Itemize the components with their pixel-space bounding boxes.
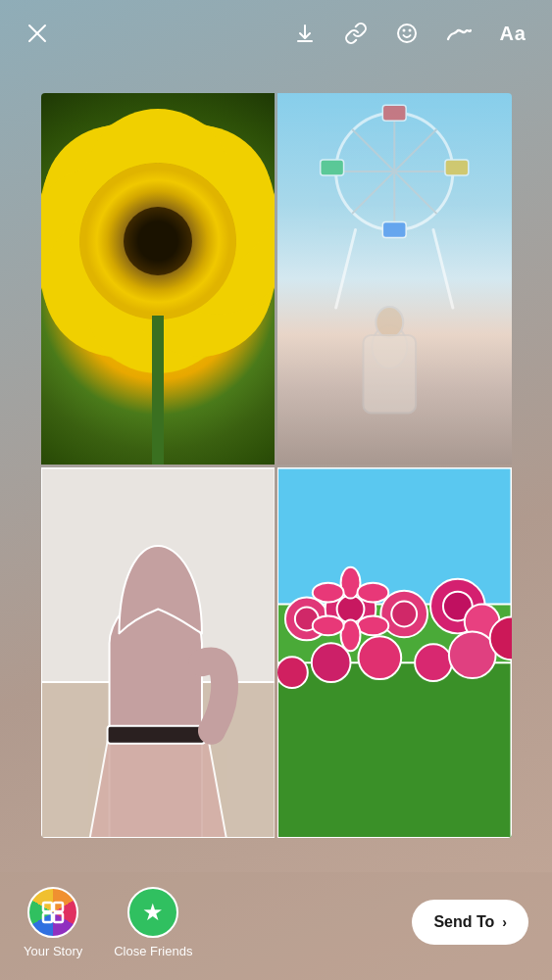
send-to-button[interactable]: Send To › (412, 900, 528, 945)
svg-line-14 (336, 230, 356, 309)
svg-point-44 (313, 615, 344, 635)
send-to-chevron-icon: › (502, 914, 507, 930)
svg-rect-11 (445, 160, 469, 175)
draw-icon (446, 22, 472, 45)
bottom-left-options: Your Story ★ Close Friends (24, 887, 192, 958)
ferris-inner (277, 93, 512, 465)
person-inner (41, 467, 276, 839)
photo-person-hoodie[interactable] (41, 467, 276, 839)
svg-rect-24 (277, 662, 512, 838)
download-button[interactable] (289, 18, 321, 49)
photo-grid (41, 93, 512, 838)
send-to-label: Send To (433, 913, 494, 931)
photo-flowers[interactable] (277, 467, 512, 839)
svg-point-38 (277, 657, 308, 688)
svg-rect-47 (54, 903, 63, 911)
svg-point-42 (357, 615, 388, 635)
person-svg (41, 467, 276, 839)
draw-button[interactable] (442, 18, 476, 49)
your-story-label: Your Story (24, 944, 82, 958)
svg-point-41 (357, 582, 388, 602)
your-story-option[interactable]: Your Story (24, 887, 82, 958)
flowers-svg (277, 467, 512, 839)
svg-rect-13 (321, 160, 344, 175)
svg-rect-10 (382, 105, 406, 121)
photo-ferris-wheel[interactable] (277, 93, 512, 465)
toolbar-right: Aa (289, 18, 530, 49)
svg-point-30 (391, 601, 417, 626)
photo-grid-container (0, 59, 552, 872)
photo-sunflower[interactable] (41, 93, 276, 465)
svg-line-15 (433, 230, 453, 309)
star-icon: ★ (142, 901, 164, 924)
sticker-button[interactable] (391, 18, 423, 49)
svg-point-35 (358, 636, 401, 679)
svg-rect-48 (43, 913, 52, 922)
close-friends-option[interactable]: ★ Close Friends (114, 887, 192, 958)
sunflower-stem (152, 316, 164, 464)
close-friends-icon: ★ (127, 887, 178, 938)
svg-point-36 (415, 644, 452, 681)
toolbar-left (22, 18, 53, 49)
text-button[interactable]: Aa (495, 19, 530, 49)
ferris-wheel-svg (277, 93, 512, 465)
close-button[interactable] (22, 18, 53, 49)
svg-point-45 (313, 582, 344, 602)
download-icon (293, 22, 317, 45)
svg-point-17 (376, 307, 403, 338)
svg-rect-21 (107, 725, 204, 743)
toolbar: Aa (0, 0, 552, 59)
close-friends-label: Close Friends (114, 944, 192, 958)
svg-point-2 (398, 24, 416, 42)
close-icon (25, 22, 49, 45)
svg-point-37 (449, 631, 496, 678)
your-story-grid-icon (39, 899, 67, 926)
svg-rect-18 (363, 335, 416, 414)
link-button[interactable] (340, 18, 372, 49)
svg-rect-46 (43, 903, 52, 911)
svg-point-28 (337, 595, 365, 622)
svg-rect-49 (54, 913, 63, 922)
bottom-bar: Your Story ★ Close Friends Send To › (0, 872, 552, 980)
link-icon (344, 22, 368, 45)
sunflower-inner (41, 93, 276, 465)
flowers-inner (277, 467, 512, 839)
your-story-icon (27, 887, 78, 938)
svg-rect-12 (382, 222, 406, 238)
sticker-icon (395, 22, 419, 45)
